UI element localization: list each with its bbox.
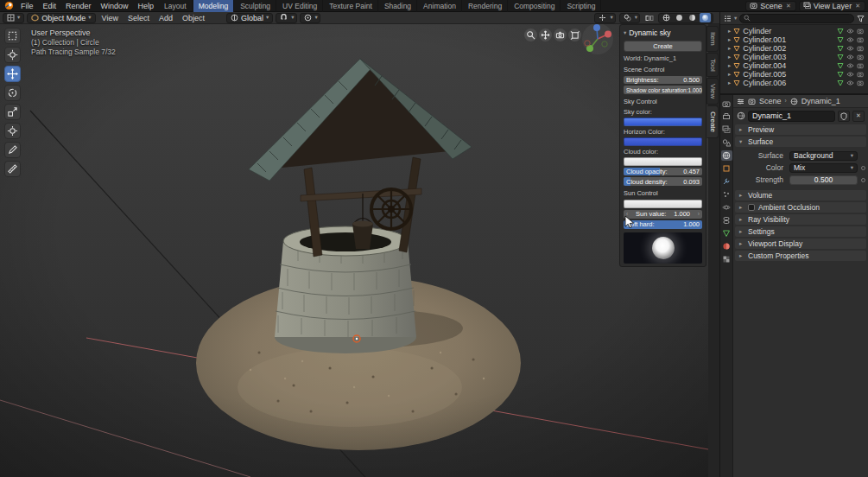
- hide-eye-icon[interactable]: [846, 36, 854, 43]
- world-name-field[interactable]: Dynamic_1: [748, 111, 835, 122]
- dynamic-sky-panel-header[interactable]: ▾ Dynamic sky: [624, 28, 702, 39]
- horizon-color-swatch[interactable]: [624, 137, 702, 146]
- render-camera-icon[interactable]: [857, 80, 865, 86]
- hide-eye-icon[interactable]: [846, 45, 854, 52]
- tool-transform[interactable]: [4, 123, 21, 139]
- outliner-row[interactable]: ▸ Cylinder.001: [720, 35, 868, 44]
- outliner-row[interactable]: ▸ Cylinder.002: [720, 44, 868, 53]
- transform-orientation-dropdown[interactable]: Global ▾: [226, 13, 273, 23]
- scene-selector[interactable]: Scene ✕: [745, 1, 795, 11]
- expand-icon[interactable]: ▸: [728, 72, 731, 78]
- outliner-row[interactable]: ▸ Cylinder.003: [720, 53, 868, 61]
- menu-object[interactable]: Object: [179, 14, 208, 22]
- panel-custom-properties[interactable]: ▸ Custom Properties: [735, 251, 866, 261]
- tab-scene-icon[interactable]: [721, 137, 732, 148]
- panel-ambient-occlusion[interactable]: ▸ Ambient Occlusion: [735, 202, 866, 213]
- outliner-editor-icon[interactable]: [724, 15, 732, 22]
- expand-icon[interactable]: ▸: [728, 54, 731, 60]
- tab-view-layer-icon[interactable]: [721, 124, 732, 135]
- tool-rotate[interactable]: [4, 85, 21, 101]
- overlays-caret-icon[interactable]: ▾: [635, 15, 637, 21]
- workspace-tab-modeling[interactable]: Modeling: [193, 0, 235, 12]
- hide-eye-icon[interactable]: [846, 28, 854, 35]
- zoom-icon[interactable]: [524, 29, 537, 41]
- tool-annotate[interactable]: [4, 142, 21, 158]
- soft-hard-slider[interactable]: Soft hard: 1.000: [624, 220, 702, 229]
- color-dropdown[interactable]: Mix ▾: [789, 163, 858, 173]
- pan-icon[interactable]: [539, 29, 552, 41]
- hide-eye-icon[interactable]: [846, 54, 854, 60]
- view-layer-selector[interactable]: View Layer ✕: [799, 1, 865, 11]
- menu-help[interactable]: Help: [134, 0, 159, 12]
- panel-volume[interactable]: ▸ Volume: [735, 190, 866, 200]
- filter-icon[interactable]: [857, 15, 865, 22]
- axis-gizmo[interactable]: [581, 22, 614, 55]
- snap-caret-icon[interactable]: ▾: [291, 15, 294, 21]
- tab-object-data-icon[interactable]: [721, 228, 732, 238]
- render-camera-icon[interactable]: [857, 54, 865, 60]
- shading-material-icon[interactable]: [687, 13, 698, 22]
- render-camera-icon[interactable]: [857, 71, 865, 78]
- camera-view-icon[interactable]: [554, 29, 567, 41]
- outliner-row[interactable]: ▸ Cylinder.004: [720, 61, 868, 70]
- shadow-saturation-slider[interactable]: Shadow color saturation: 1.000: [624, 86, 702, 94]
- perspective-toggle-icon[interactable]: [568, 29, 581, 41]
- menu-add[interactable]: Add: [155, 14, 176, 22]
- workspace-tab-rendering[interactable]: Rendering: [463, 0, 508, 12]
- tool-move[interactable]: [4, 66, 21, 82]
- outliner-editor-caret-icon[interactable]: ▾: [734, 16, 737, 22]
- menu-view[interactable]: View: [98, 14, 122, 22]
- cloud-opacity-slider[interactable]: Cloud opacity: 0.457: [624, 168, 702, 176]
- cloud-color-swatch[interactable]: [624, 157, 702, 166]
- viewport-3d-scene[interactable]: [0, 24, 708, 477]
- animate-decorator-icon[interactable]: [861, 178, 865, 182]
- workspace-tab-uvediting[interactable]: UV Editing: [277, 0, 323, 12]
- workspace-tab-compositing[interactable]: Compositing: [509, 0, 561, 12]
- outliner-row[interactable]: ▸ Cylinder.006: [720, 79, 868, 87]
- strength-slider[interactable]: 0.500: [789, 175, 858, 185]
- tab-constraints-icon[interactable]: [721, 215, 732, 226]
- mode-dropdown[interactable]: Object Mode ▾: [27, 13, 95, 23]
- snap-magnet-icon[interactable]: [278, 13, 289, 22]
- workspace-tab-sculpting[interactable]: Sculpting: [235, 0, 276, 12]
- fake-user-shield-icon[interactable]: [838, 111, 850, 122]
- proportional-edit-icon[interactable]: [302, 13, 314, 22]
- surface-dropdown[interactable]: Background ▾: [789, 151, 858, 161]
- outliner-row[interactable]: ▸ Cylinder.005: [720, 70, 868, 79]
- render-camera-icon[interactable]: [857, 45, 865, 52]
- tab-particles-icon[interactable]: [721, 189, 732, 200]
- tool-select-box[interactable]: [4, 28, 21, 44]
- expand-icon[interactable]: ▸: [728, 37, 731, 43]
- sun-color-swatch[interactable]: [624, 200, 702, 208]
- expand-icon[interactable]: ▸: [728, 80, 731, 86]
- tool-cursor[interactable]: [4, 47, 21, 63]
- editor-type-button[interactable]: ▾: [3, 13, 24, 23]
- tab-render-icon[interactable]: [721, 99, 732, 109]
- tab-modifiers-icon[interactable]: [721, 176, 732, 187]
- tool-scale[interactable]: [4, 104, 21, 120]
- xray-toggle-icon[interactable]: [643, 13, 655, 22]
- scene-unlink-icon[interactable]: ✕: [785, 3, 792, 10]
- tab-world-icon[interactable]: [721, 150, 732, 161]
- menu-file[interactable]: File: [16, 0, 38, 12]
- expand-icon[interactable]: ▸: [728, 63, 731, 69]
- tool-measure[interactable]: [4, 161, 21, 177]
- tab-tool[interactable]: Tool: [706, 53, 719, 78]
- ao-checkbox[interactable]: [748, 204, 755, 211]
- tab-object-icon[interactable]: [721, 163, 732, 174]
- breadcrumb-world-label[interactable]: Dynamic_1: [801, 97, 840, 105]
- hide-eye-icon[interactable]: [846, 62, 854, 69]
- workspace-tab-shading[interactable]: Shading: [379, 0, 417, 12]
- tab-create[interactable]: Create: [706, 105, 719, 138]
- brightness-slider[interactable]: Brightness: 0.500: [624, 76, 702, 85]
- animate-decorator-icon[interactable]: [861, 166, 865, 170]
- shading-rendered-icon[interactable]: [700, 13, 711, 22]
- gizmo-toggle-icon[interactable]: [597, 13, 608, 22]
- gizmo-caret-icon[interactable]: ▾: [610, 15, 612, 21]
- shading-solid-icon[interactable]: [674, 13, 685, 22]
- tab-output-icon[interactable]: [721, 111, 732, 122]
- tab-texture-icon[interactable]: [721, 254, 732, 264]
- tab-material-icon[interactable]: [721, 241, 732, 251]
- sun-value-field[interactable]: ‹ Sun value: 1.000 ›: [624, 210, 702, 219]
- shading-wireframe-icon[interactable]: [661, 13, 672, 22]
